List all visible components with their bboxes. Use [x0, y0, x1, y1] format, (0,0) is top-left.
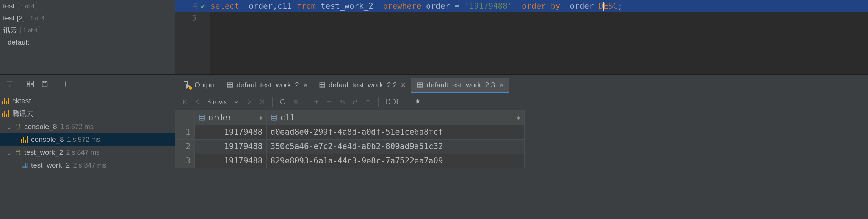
submit-icon[interactable] [362, 96, 374, 107]
code-line[interactable] [210, 12, 868, 24]
check-icon: ✔ [201, 2, 205, 11]
svg-point-8 [16, 150, 20, 152]
chevron-down-icon[interactable] [230, 96, 242, 107]
service-item[interactable]: ⌄ console_8 1 s 572 ms [0, 120, 175, 133]
chevron-down-icon[interactable]: ⌄ [6, 123, 11, 131]
save-layout-icon[interactable] [38, 78, 51, 90]
tab-result[interactable]: default.test_work_2 3 ✕ [411, 78, 509, 93]
tab-label: default.test_work_2 2 [329, 81, 397, 89]
service-item[interactable]: 腾讯云 [0, 107, 175, 120]
service-time: 2 s 847 ms [73, 162, 106, 169]
svg-rect-10 [294, 100, 298, 103]
rowcount-label: 3 rows [205, 98, 229, 106]
db-tree-item[interactable]: default [0, 36, 175, 48]
db-tree-badge: 1 of 4 [18, 2, 38, 10]
db-tree-item[interactable]: test 1 of 4 [0, 0, 175, 12]
db-tree-badge: 1 of 4 [28, 14, 47, 22]
table-row[interactable]: 2 19179488 350c5a46-e7c2-4e4d-a0b2-809ad… [175, 139, 524, 154]
ddl-button[interactable]: DDL [383, 98, 403, 106]
service-label: cktest [12, 97, 31, 105]
row-number[interactable]: 3 [175, 154, 194, 168]
service-item[interactable]: test_work_2 2 s 847 ms [0, 159, 175, 172]
svg-rect-9 [22, 163, 27, 168]
close-icon[interactable]: ✕ [303, 81, 308, 89]
results-grid[interactable]: order ◆ c11 ◆ [175, 110, 868, 219]
datasource-icon [2, 110, 9, 117]
services-tree[interactable]: cktest 腾讯云 ⌄ console_8 1 s 572 ms consol… [0, 93, 175, 219]
data-table[interactable]: order ◆ c11 ◆ [175, 110, 525, 168]
service-item[interactable]: ⌄ test_work_2 2 s 847 ms [0, 146, 175, 159]
last-page-icon[interactable] [256, 96, 268, 107]
revert-icon[interactable] [337, 96, 348, 107]
tab-output[interactable]: Output [179, 78, 221, 93]
sql-editor[interactable]: 4 ✔ 5 select order,c11 from test_work_2 … [175, 0, 868, 74]
column-icon [199, 114, 205, 121]
cell-order[interactable]: 19179488 [194, 154, 266, 168]
row-number[interactable]: 1 [175, 125, 194, 139]
table-row[interactable]: 3 19179488 829e8093-6a1a-44c3-9e8c-7a752… [175, 154, 524, 168]
svg-rect-0 [27, 81, 30, 83]
db-tree-item[interactable]: test [2] 1 of 4 [0, 12, 175, 24]
row-number-header[interactable] [175, 110, 194, 125]
close-icon[interactable]: ✕ [401, 81, 406, 89]
cell-c11[interactable]: d0ead8e0-299f-4a8d-a0df-51e1ce6a8fcf [266, 125, 524, 139]
close-icon[interactable]: ✕ [499, 81, 504, 89]
cell-order[interactable]: 19179488 [194, 125, 266, 139]
chevron-down-icon[interactable]: ⌄ [6, 148, 11, 157]
next-page-icon[interactable] [243, 96, 255, 107]
pin-icon[interactable] [412, 96, 423, 107]
line-number: 5 [192, 14, 197, 23]
line-number: 4 [193, 2, 198, 11]
service-item[interactable]: cktest [0, 95, 175, 107]
editor-code-area[interactable]: select order,c11 from test_work_2 prewhe… [210, 0, 868, 74]
table-row[interactable]: 1 19179488 d0ead8e0-299f-4a8d-a0df-51e1c… [175, 125, 524, 139]
database-tree[interactable]: test 1 of 4 test [2] 1 of 4 讯云 1 of 4 de… [0, 0, 175, 74]
gutter-line: 5 [175, 12, 210, 24]
tab-label: default.test_work_2 3 [426, 81, 495, 89]
console-icon [14, 149, 21, 156]
cell-c11[interactable]: 829e8093-6a1a-44c3-9e8c-7a7522ea7a09 [266, 154, 524, 168]
svg-point-7 [16, 124, 20, 126]
filter-icon[interactable] [3, 78, 16, 90]
cell-order[interactable]: 19179488 [194, 139, 266, 154]
first-page-icon[interactable] [179, 96, 191, 107]
svg-rect-1 [31, 81, 33, 83]
add-row-icon[interactable] [311, 96, 322, 107]
tab-result[interactable]: default.test_work_2 2 ✕ [313, 78, 412, 93]
add-icon[interactable] [59, 78, 72, 90]
stop-icon[interactable] [290, 96, 301, 107]
svg-rect-4 [227, 83, 233, 87]
code-line[interactable]: select order,c11 from test_work_2 prewhe… [210, 0, 868, 12]
column-header-order[interactable]: order ◆ [194, 110, 266, 125]
table-icon [21, 162, 28, 169]
svg-rect-12 [272, 115, 276, 120]
column-icon [271, 114, 277, 121]
run-output-icon [184, 81, 191, 89]
table-icon [227, 82, 233, 89]
cell-c11[interactable]: 350c5a46-e7c2-4e4d-a0b2-809ad9a51c32 [266, 139, 524, 154]
table-icon [319, 82, 326, 89]
prev-page-icon[interactable] [192, 96, 204, 107]
layout-icon[interactable] [24, 78, 37, 90]
svg-rect-2 [27, 84, 30, 87]
sort-icon[interactable]: ◆ [517, 114, 520, 121]
commit-icon[interactable] [349, 96, 361, 107]
db-tree-item[interactable]: 讯云 1 of 4 [0, 24, 175, 36]
result-tabs: Output default.test_work_2 ✕ default.tes… [175, 75, 868, 93]
db-tree-label: test [2] [3, 14, 25, 22]
editor-gutter: 4 ✔ 5 [175, 0, 210, 74]
datasource-icon [21, 136, 28, 143]
column-header-c11[interactable]: c11 ◆ [266, 110, 524, 125]
sort-icon[interactable]: ◆ [259, 114, 262, 121]
results-panel: 3 rows DDL [175, 93, 868, 219]
row-number[interactable]: 2 [175, 139, 194, 154]
datasource-icon [2, 98, 9, 104]
remove-row-icon[interactable] [324, 96, 335, 107]
console-icon [14, 123, 21, 130]
service-label: test_work_2 [31, 161, 70, 169]
tab-result[interactable]: default.test_work_2 ✕ [221, 78, 313, 93]
svg-rect-6 [418, 83, 423, 87]
service-item[interactable]: console_8 1 s 572 ms [0, 133, 175, 146]
reload-icon[interactable] [277, 96, 288, 107]
services-toolbar [0, 75, 175, 93]
